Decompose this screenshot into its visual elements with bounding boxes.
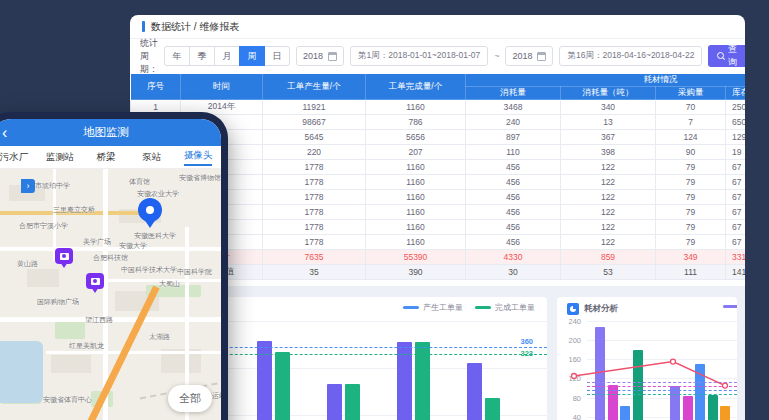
workorder-chart-legend: 产生工单量完成工单量 [403, 302, 535, 313]
end-year-select[interactable]: 2018 [505, 46, 553, 66]
map-label: 合肥科技馆 [93, 253, 128, 263]
period-option[interactable]: 日 [264, 46, 290, 66]
camera-icon [91, 278, 100, 285]
table-cell: 1778 [263, 220, 366, 235]
phone-tab-泵站[interactable]: 泵站 [129, 146, 175, 168]
col-header-sub-2: 消耗量（吨） [561, 87, 656, 100]
start-week-input[interactable]: 第1周：2018-01-01~2018-01-07 [350, 46, 488, 66]
map-label: 三里庵立交桥 [53, 205, 95, 215]
table-cell: 456 [466, 175, 561, 190]
table-cell: 456 [466, 205, 561, 220]
selected-camera-pin[interactable] [138, 198, 162, 222]
reference-label: 360 [520, 337, 533, 346]
table-cell: 67 [726, 160, 746, 175]
legend-label: 产生工单量 [423, 302, 463, 313]
table-cell: 367 [561, 130, 656, 145]
period-option[interactable]: 季 [189, 46, 215, 66]
phone-tab-摄像头[interactable]: 摄像头 [175, 146, 221, 168]
trend-line [557, 297, 730, 420]
col-header-created: 工单产生量/个 [263, 74, 366, 100]
period-option[interactable]: 月 [214, 46, 240, 66]
bar [275, 352, 290, 420]
map-label: 红星美凯龙 [69, 341, 104, 351]
legend-swatch [403, 306, 419, 309]
table-cell: 207 [366, 145, 466, 160]
table-cell: 1778 [263, 190, 366, 205]
calendar-icon [537, 52, 546, 61]
col-header-sub-4: 库存量 [726, 87, 746, 100]
bar [485, 398, 500, 420]
consumable-chart-title: 耗材分析 [584, 303, 618, 315]
table-cell: 79 [656, 175, 726, 190]
col-header-sub-3: 采购量 [656, 87, 726, 100]
report-table-head: 序号 时间 工单产生量/个 工单完成量/个 耗材情况 消耗量 消耗量（吨） 采购… [131, 74, 746, 100]
table-cell: 11921 [263, 100, 366, 115]
camera-icon [60, 253, 69, 260]
map-drawer-toggle[interactable]: › [21, 179, 35, 193]
map-label: 大蜀山 [159, 279, 180, 289]
table-cell: 240 [466, 115, 561, 130]
table-cell: 1160 [366, 205, 466, 220]
map-label: 合肥市宁溪小学 [19, 221, 68, 231]
table-cell: 122 [561, 235, 656, 250]
table-cell: 129 [726, 130, 746, 145]
table-cell: 456 [466, 220, 561, 235]
map-block [27, 269, 59, 287]
query-button-label: 查询 [727, 43, 739, 69]
start-week-value: 第1周：2018-01-01~2018-01-07 [358, 50, 480, 62]
table-cell: 124 [656, 130, 726, 145]
map-canvas[interactable]: › 全部 合肥市琥珀中学体育馆安徽农业大学安徽省博物馆三里庵立交桥合肥市宁溪小学… [0, 169, 221, 420]
table-cell: 122 [561, 220, 656, 235]
table-cell: 67 [726, 235, 746, 250]
period-option[interactable]: 年 [164, 46, 190, 66]
bar [345, 384, 360, 420]
query-button[interactable]: 查询 [708, 45, 745, 67]
col-header-time: 时间 [181, 74, 263, 100]
map-label: 安徽省体育中心 [43, 395, 92, 405]
legend-item: 产生工单量 [403, 302, 463, 313]
table-cell: 456 [466, 190, 561, 205]
col-header-index: 序号 [131, 74, 181, 100]
table-cell: 859 [561, 250, 656, 265]
phone-tab-监测站[interactable]: 监测站 [37, 146, 83, 168]
camera-marker[interactable] [55, 248, 73, 264]
table-cell: 897 [466, 130, 561, 145]
phone-tab-桥梁[interactable]: 桥梁 [83, 146, 129, 168]
table-cell: 79 [656, 235, 726, 250]
map-label: 国际购物广场 [37, 297, 79, 307]
table-cell: 98667 [263, 115, 366, 130]
table-cell: 1160 [366, 175, 466, 190]
end-year-value: 2018 [512, 51, 532, 61]
period-option[interactable]: 周 [239, 46, 265, 66]
table-cell: 79 [656, 190, 726, 205]
table-cell: 122 [561, 175, 656, 190]
table-cell: 79 [656, 160, 726, 175]
camera-marker[interactable] [86, 273, 104, 289]
map-road [91, 279, 221, 282]
map-label: 望江西路 [85, 315, 113, 325]
end-week-input[interactable]: 第16周：2018-04-16~2018-04-22 [559, 46, 702, 66]
map-lake [0, 341, 43, 403]
table-cell: 1778 [263, 205, 366, 220]
table-cell: 220 [263, 145, 366, 160]
table-cell: 4330 [466, 250, 561, 265]
range-separator: ~ [494, 51, 499, 61]
table-cell: 90 [656, 145, 726, 160]
table-cell: 110 [466, 145, 561, 160]
start-year-select[interactable]: 2018 [296, 46, 344, 66]
phone-mockup: ‹ 地图监测 污水厂监测站桥梁泵站摄像头 [0, 112, 228, 420]
table-cell: 7635 [263, 250, 366, 265]
table-cell: 331 [726, 250, 746, 265]
legend-label: 完成工单量 [495, 302, 535, 313]
map-label: 黄山路 [17, 259, 38, 269]
consumable-chart-header: 耗材分析 [567, 303, 618, 315]
bar [467, 363, 482, 420]
breadcrumb-text: 数据统计 / 维修报表 [151, 20, 239, 34]
phone-tab-污水厂[interactable]: 污水厂 [0, 146, 37, 168]
map-park [55, 319, 85, 339]
back-chevron-icon[interactable]: ‹ [2, 125, 7, 141]
show-all-button[interactable]: 全部 [168, 385, 212, 412]
table-cell: 79 [656, 220, 726, 235]
table-cell: 349 [656, 250, 726, 265]
end-week-value: 第16周：2018-04-16~2018-04-22 [567, 50, 694, 62]
